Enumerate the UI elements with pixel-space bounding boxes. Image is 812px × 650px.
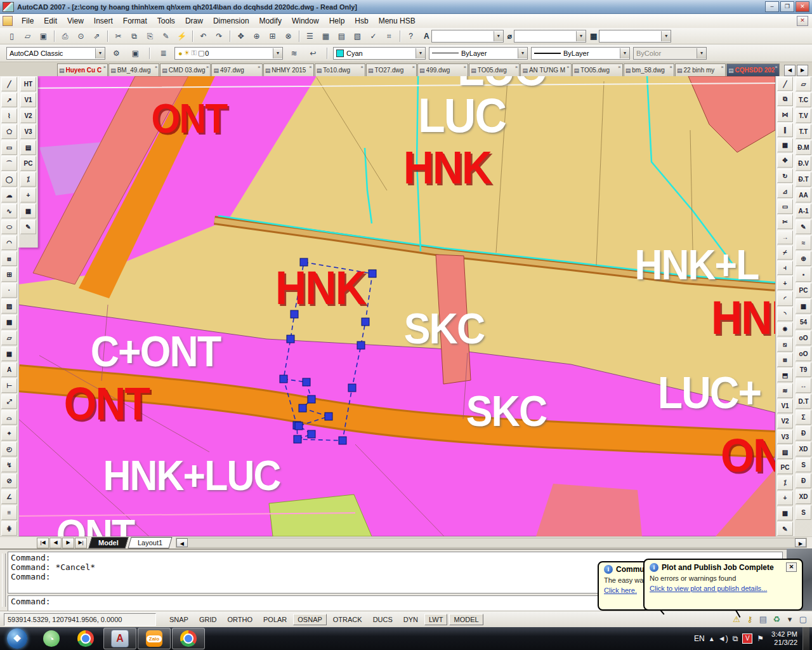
publish-icon[interactable]: ⇗ [89,29,104,43]
polygon-icon[interactable]: ⬠ [1,124,17,139]
menu-tools[interactable]: Tools [152,15,180,27]
save-workspace-icon[interactable]: ▣ [128,46,143,60]
show-desktop-button[interactable] [802,627,809,650]
toggle-dyn[interactable]: DYN [399,614,422,625]
tt-button[interactable]: T.T [796,124,811,139]
open-folder-icon[interactable]: ▱ [796,77,811,91]
copy2-icon[interactable]: ⧅ [777,338,793,352]
properties-icon[interactable]: ☰ [303,29,317,43]
quickcalc-icon[interactable]: ⌗ [382,29,396,43]
scale-icon[interactable]: ⊿ [777,184,793,198]
toggle-ducs[interactable]: DUCS [369,614,397,625]
construction-line-icon[interactable]: ↗ [1,93,17,107]
join-icon[interactable]: + [777,276,793,290]
toggle-osnap[interactable]: OSNAP [293,614,327,625]
table-style-dropdown[interactable]: ▾ [599,30,671,43]
tray-arrow-icon[interactable]: ▾ [785,614,795,624]
layer-properties-icon[interactable]: ≣ [156,46,171,60]
d2-button[interactable]: Đ [796,474,811,488]
undo-icon[interactable]: ↶ [196,29,211,43]
toggle-snap[interactable]: SNAP [165,614,193,625]
dot-button[interactable]: ▪ [796,267,811,282]
fillet-icon[interactable]: ◝ [777,307,793,321]
arc-icon[interactable]: ⌒ [1,156,17,171]
dim-continue-icon[interactable]: ⋕ [1,521,17,536]
cross-icon[interactable]: + [20,188,36,202]
file-tab-497-dwg[interactable]: ▤497.dwg× [211,63,262,76]
line-icon[interactable]: ╱ [1,77,17,91]
scroll-left-icon[interactable]: ◀ [176,538,188,547]
text-style-dropdown[interactable]: ▾ [431,30,504,43]
t9-button[interactable]: T9 [796,362,811,377]
ellipse-icon[interactable]: ⬭ [1,220,17,234]
dim-arc-icon[interactable]: ⌓ [1,410,17,425]
dim-jogged-icon[interactable]: ↯ [1,458,17,472]
d-button[interactable]: Đ [796,426,811,441]
ellipse-arc-icon[interactable]: ◠ [1,235,17,250]
dim-aligned-icon[interactable]: ⤢ [1,394,17,409]
dim-diameter-icon[interactable]: ⊘ [1,474,17,488]
menu-insert[interactable]: Insert [89,15,118,27]
zoom-window-icon[interactable]: ⊞ [265,29,280,43]
circle-plus-icon[interactable]: ⊕ [796,251,811,266]
window-tool-icon[interactable]: ▤ [20,140,36,155]
table-icon[interactable]: ▦ [1,347,17,361]
offset-icon[interactable]: ∥ [777,123,793,137]
pencil-icon[interactable]: ✎ [796,220,811,234]
file-tab--n-t-ng-m[interactable]: ▤ÁN TỪNG M× [520,63,571,76]
chrome-taskbar-button[interactable] [69,628,102,649]
tab-layout1[interactable]: Layout1 [128,537,172,548]
v3-right-button[interactable]: V3 [777,430,793,444]
toggle-model[interactable]: MODEL [449,614,483,625]
file-tab-nhmy-2015[interactable]: ▤NHMY 2015× [263,63,314,76]
autocad-taskbar-button[interactable]: A [103,628,136,649]
unlock-icon[interactable]: ⚷ [745,614,755,624]
cut-icon[interactable]: ✂ [111,29,126,43]
paste2-icon[interactable]: ⧈ [777,353,793,367]
restore-button[interactable]: ❐ [780,1,794,12]
circles-icon[interactable]: oO [796,331,811,345]
chrome2-taskbar-button[interactable] [172,628,205,649]
tab-first-button[interactable]: |◀ [37,538,49,548]
tc-button[interactable]: T.C [796,93,811,107]
cross-right-icon[interactable]: + [777,491,793,505]
tabs-scroll-right-button[interactable]: ▶ [797,65,808,76]
layer-previous-icon[interactable]: ↩ [306,46,320,60]
plot-publish-balloon[interactable]: i Plot and Publish Job Complete ✕ No err… [643,559,803,611]
v1-right-button[interactable]: V1 [777,399,793,413]
file-tab-cqhsdd-202[interactable]: ▤CQHSDD 202× [726,63,780,76]
tv-button[interactable]: T.V [796,109,811,123]
sheetset-manager-icon[interactable]: ▧ [350,29,365,43]
hidden-icons-arrow[interactable]: ▴ [710,634,714,643]
coccoc-taskbar-button[interactable]: ◔ [35,628,68,649]
toggle-lwt[interactable]: LWT [424,614,447,625]
save-icon[interactable]: ▣ [36,29,51,43]
array-icon[interactable]: ▦ [777,138,793,152]
layers2-icon[interactable]: ≋ [777,383,793,397]
minimize-button[interactable]: – [765,1,779,12]
rotate-icon[interactable]: ↻ [777,169,793,183]
explode-icon[interactable]: ✸ [777,322,793,336]
mirror-icon[interactable]: ⋈ [777,107,793,121]
trim-icon[interactable]: ✂ [777,215,793,229]
text-match-icon[interactable]: AA [796,188,811,202]
file-tab-cmd-03-dwg[interactable]: ▤CMD 03.dwg× [160,63,211,76]
toggle-otrack[interactable]: OTRACK [329,614,367,625]
linetype-dropdown[interactable]: ByLayer ▾ [429,47,528,60]
menu-window[interactable]: Window [287,15,324,27]
dv-button[interactable]: Đ.V [796,156,811,171]
start-button[interactable]: ❖ [1,628,34,649]
file-tab-bm-58-dwg[interactable]: ▤bm_58.dwg× [624,63,674,76]
balloon-close-icon[interactable]: ✕ [786,562,797,572]
scroll-right-icon[interactable]: ▶ [795,538,806,547]
grid-right-icon[interactable]: ▦ [777,507,793,521]
zoom-realtime-icon[interactable]: ⊕ [249,29,264,43]
menu-view[interactable]: View [62,15,89,27]
help-icon[interactable]: ? [403,29,418,43]
dim-ordinate-icon[interactable]: ⌖ [1,426,17,441]
circle-icon[interactable]: ◯ [1,172,17,187]
markup-icon[interactable]: ✓ [366,29,381,43]
designcenter-icon[interactable]: ▦ [318,29,333,43]
polyline-icon[interactable]: ⌇ [1,109,17,123]
color-dropdown[interactable]: Cyan ▾ [333,47,426,60]
